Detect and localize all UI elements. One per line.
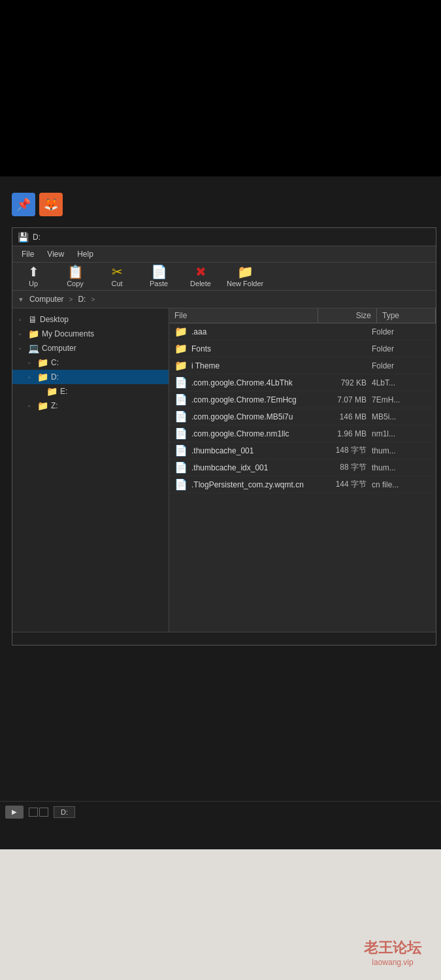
menu-bar: File View Help [12,246,436,263]
watermark-zh: 老王论坛 [364,938,421,958]
file-row[interactable]: 📁FontsFolder [169,340,436,357]
d-drive-icon: 📁 [37,372,48,382]
file-size: 7.07 MB [313,395,372,404]
taskbar-window-d[interactable]: D: [54,806,75,818]
header-type[interactable]: Type [377,308,436,323]
file-type: thum... [372,463,431,472]
address-sep-1: > [69,296,73,303]
tree-item-c[interactable]: ◦ 📁 C: [12,355,169,370]
file-icon: 📄 [174,393,188,406]
e-drive-icon: 📁 [46,386,57,397]
expand-desktop: ◦ [19,316,25,323]
menu-file[interactable]: File [15,248,41,261]
header-file[interactable]: File [169,308,318,323]
cut-label: Cut [111,280,122,287]
file-row[interactable]: 📄.com.google.Chrome.MB5i7u146 MBMB5i... [169,408,436,425]
taskbar-start-button[interactable]: ▶ [5,806,24,819]
taskbar-squares [29,808,48,817]
toolbar-cut-button[interactable]: ✂ Cut [101,265,133,287]
taskbar-icon-2[interactable]: 🦊 [39,193,63,216]
file-type: 4LbT... [372,378,431,387]
taskbar-sq-2 [39,808,48,817]
expand-d: ◦ [28,374,35,381]
mydocs-icon: 📁 [28,329,39,339]
up-label: Up [29,280,38,287]
address-computer[interactable]: Computer [27,293,67,305]
address-bar: ▼ Computer > D: > [12,291,436,308]
expand-computer: ◦ [19,345,25,352]
folder-icon: 📁 [174,342,188,355]
file-size: 146 MB [313,412,372,421]
file-icon: 📄 [174,461,188,474]
file-icon: 📄 [174,410,188,423]
taskbar-icon-area: 📌 🦊 [12,193,63,216]
toolbar-delete-button[interactable]: ✖ Delete [185,265,216,287]
file-type: 7EmH... [372,395,431,404]
copy-label: Copy [67,280,84,287]
new-folder-label: New Folder [227,280,263,287]
file-name: .thumbcache_idx_001 [191,463,313,472]
file-icon: 📄 [174,427,188,440]
file-type: cn file... [372,480,431,489]
tree-item-mydocs[interactable]: ◦ 📁 My Documents [12,327,169,341]
z-drive-icon: 📁 [37,400,48,411]
tree-item-z[interactable]: ◦ 📁 Z: [12,399,169,413]
file-row[interactable]: 📄.TlogPersistent_com.zy.wqmt.cn144 字节cn … [169,476,436,493]
file-row[interactable]: 📄.thumbcache_001148 字节thum... [169,442,436,459]
file-type: Folder [372,361,431,370]
title-bar-icon: 💾 [18,232,29,242]
file-type: Folder [372,344,431,353]
folder-icon: 📁 [174,359,188,372]
file-type: thum... [372,446,431,455]
menu-help[interactable]: Help [71,248,100,261]
file-icon: 📄 [174,376,188,389]
expand-mydocs: ◦ [19,331,25,338]
file-row[interactable]: 📄.com.google.Chrome.4LbThk792 KB4LbT... [169,374,436,391]
address-drive[interactable]: D: [75,293,88,305]
address-sep-2: > [91,296,95,303]
delete-icon: ✖ [195,265,206,278]
file-type: Folder [372,327,431,336]
right-file-panel: File Size Type 📁.aaaFolder📁FontsFolder📁i… [169,308,436,632]
file-row[interactable]: 📄.thumbcache_idx_00188 字节thum... [169,459,436,476]
file-size: 148 字节 [313,445,372,456]
file-row[interactable]: 📄.com.google.Chrome.nm1llc1.96 MBnm1l... [169,425,436,442]
file-row[interactable]: 📁.aaaFolder [169,323,436,340]
file-row[interactable]: 📄.com.google.Chrome.7EmHcg7.07 MB7EmH... [169,391,436,408]
status-bar [12,632,436,645]
file-explorer-window: 💾 D: File View Help ⬆ Up 📋 Copy ✂ Cut 📄 … [12,227,436,645]
desktop-icon: 🖥 [28,314,37,325]
delete-label: Delete [190,280,211,287]
expand-c: ◦ [28,359,35,367]
tree-item-desktop[interactable]: ◦ 🖥 Desktop [12,312,169,327]
taskbar-sq-1 [29,808,38,817]
file-row[interactable]: 📁i ThemeFolder [169,357,436,374]
tree-item-d[interactable]: ◦ 📁 D: [12,370,169,384]
tree-label-computer: Computer [42,344,76,353]
taskbar-icon-1[interactable]: 📌 [12,193,35,216]
expand-z: ◦ [28,402,35,410]
tree-label-mydocs: My Documents [42,329,94,338]
file-name: .aaa [191,327,313,336]
file-name: .com.google.Chrome.4LbThk [191,378,313,387]
left-tree-panel: ◦ 🖥 Desktop ◦ 📁 My Documents ◦ 💻 Compute… [12,308,169,632]
bottom-taskbar: ▶ D: [0,801,441,822]
cut-icon: ✂ [112,265,123,278]
tree-label-c: C: [51,358,59,367]
file-name: .com.google.Chrome.7EmHcg [191,395,313,404]
menu-view[interactable]: View [41,248,71,261]
address-dropdown-icon[interactable]: ▼ [18,296,24,303]
file-icon: 📄 [174,478,188,491]
file-size: 88 字节 [313,462,372,473]
toolbar-up-button[interactable]: ⬆ Up [18,265,49,287]
tree-label-e: E: [60,387,67,396]
toolbar-new-folder-button[interactable]: 📁 New Folder [227,265,263,287]
tree-item-computer[interactable]: ◦ 💻 Computer [12,341,169,355]
header-size[interactable]: Size [318,308,377,323]
tree-item-e[interactable]: 📁 E: [12,384,169,399]
new-folder-icon: 📁 [237,265,253,278]
toolbar-paste-button[interactable]: 📄 Paste [143,265,174,287]
title-bar-text: D: [33,233,41,242]
toolbar-copy-button[interactable]: 📋 Copy [59,265,91,287]
tree-label-d: D: [51,372,59,382]
